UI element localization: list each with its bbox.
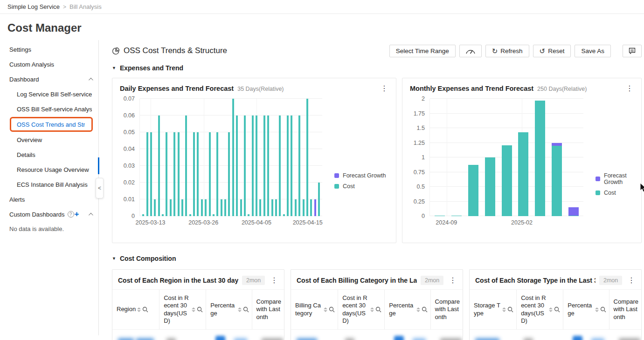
- reset-button[interactable]: ↺ Reset: [533, 45, 571, 57]
- table-title: Cost of Each Region in the Last 30 days: [118, 277, 238, 284]
- search-icon[interactable]: [329, 306, 335, 313]
- chart-title: Monthly Expenses and Trend Forecast: [410, 85, 533, 92]
- column-header-cost: Cost in Recent 30 days(USD): [338, 290, 385, 329]
- sort-icon[interactable]: [502, 307, 506, 312]
- search-icon[interactable]: [507, 306, 513, 313]
- sidebar-item-resource-usage-overview[interactable]: Resource Usage Overview: [0, 162, 98, 177]
- y-axis-labels: 00.250.50.7511.251.51.752: [409, 99, 429, 216]
- time-range-badge: 2mon: [421, 276, 443, 285]
- sort-icon[interactable]: [549, 307, 553, 312]
- sort-icon[interactable]: [324, 307, 327, 312]
- sort-icon[interactable]: [595, 307, 599, 312]
- search-icon[interactable]: [197, 306, 203, 313]
- sidebar: Settings Custom Analysis Dashboard Log S…: [0, 40, 99, 335]
- search-icon[interactable]: [554, 306, 560, 313]
- legend-item-forecast[interactable]: Forecast Growth: [334, 172, 386, 179]
- sidebar-item-custom-analysis[interactable]: Custom Analysis: [0, 57, 98, 72]
- legend-swatch-cost: [596, 190, 600, 195]
- kebab-menu-icon[interactable]: ⋮: [269, 277, 279, 284]
- x-axis-labels: 2024-092025-02: [429, 216, 583, 227]
- table-row-redacted[interactable]: [470, 330, 641, 340]
- collapse-triangle-icon: ▼: [112, 66, 116, 70]
- search-icon[interactable]: [243, 306, 249, 313]
- legend-item-forecast[interactable]: Forecast Growth: [596, 172, 639, 185]
- chart-plot-area: [139, 99, 322, 216]
- cost-by-storage-type-table-card: Cost of Each Storage Type in the Last 30…: [469, 269, 642, 340]
- search-icon[interactable]: [422, 306, 428, 313]
- sidebar-item-custom-dashboards[interactable]: Custom Dashboards ? +: [0, 207, 98, 222]
- chart-legend: Forecast Growth Cost: [322, 99, 386, 227]
- sidebar-item-details[interactable]: Details: [0, 147, 98, 162]
- add-dashboard-icon[interactable]: +: [75, 211, 79, 218]
- table-title: Cost of Each Billing Category in the Las…: [297, 277, 417, 284]
- sort-icon[interactable]: [416, 307, 420, 312]
- kebab-menu-icon[interactable]: ⋮: [448, 277, 458, 284]
- chart-range-label: 35 Days(Relative): [237, 86, 284, 92]
- sidebar-item-settings[interactable]: Settings: [0, 42, 98, 57]
- page-title: Cost Manager: [0, 14, 644, 40]
- sidebar-item-oss-bill[interactable]: OSS Bill Self-service Analysis: [0, 102, 98, 116]
- sort-icon[interactable]: [137, 307, 141, 312]
- table-row-redacted[interactable]: [291, 330, 463, 340]
- x-axis-labels: 2025-03-132025-03-262025-04-052025-04-15: [139, 216, 322, 227]
- column-header-compare: Compare with Last onth: [431, 290, 463, 329]
- breadcrumb-root[interactable]: Simple Log Service: [7, 3, 60, 10]
- sidebar-collapse-handle[interactable]: <: [96, 178, 104, 198]
- sidebar-item-alerts[interactable]: Alerts: [0, 192, 98, 207]
- sidebar-item-oss-cost-trends-active[interactable]: OSS Cost Trends and Struc...: [10, 117, 93, 132]
- pie-chart-icon: [112, 47, 120, 55]
- chevron-left-icon: <: [98, 185, 101, 191]
- table-title: Cost of Each Storage Type in the Last 30…: [475, 277, 596, 284]
- daily-expenses-chart-card: Daily Expenses and Trend Forecast 35 Day…: [112, 78, 396, 243]
- main-content: OSS Cost Trends & Structure Select Time …: [99, 40, 644, 335]
- table-header-row: Storage Type Cost in Recent 30 days(USD)…: [470, 289, 641, 330]
- sidebar-item-dashboard[interactable]: Dashboard: [0, 72, 98, 87]
- select-time-range-button[interactable]: Select Time Range: [389, 45, 456, 57]
- chart-title: Daily Expenses and Trend Forecast: [120, 85, 234, 92]
- kebab-menu-icon[interactable]: ⋮: [626, 277, 637, 284]
- help-icon[interactable]: ?: [68, 211, 74, 218]
- no-data-text: No data is available.: [0, 222, 98, 232]
- sort-icon[interactable]: [370, 307, 374, 312]
- column-header-cost: Cost in Recent 30 days(USD): [517, 290, 563, 329]
- cost-by-region-table-card: Cost of Each Region in the Last 30 days …: [112, 269, 284, 340]
- column-header-percentage: Percentage: [206, 290, 252, 329]
- feedback-button[interactable]: [623, 45, 642, 57]
- column-header-compare: Compare with Last onth: [609, 290, 641, 329]
- column-header-billing-category: Billing Category: [291, 290, 338, 329]
- kebab-menu-icon[interactable]: ⋮: [624, 85, 635, 92]
- chart-range-label: 250 Days(Relative): [537, 86, 587, 92]
- cost-composition-tables: Cost of Each Region in the Last 30 days …: [112, 269, 642, 340]
- legend-swatch-forecast: [596, 177, 600, 181]
- column-header-cost: Cost in Recent 30 days(USD): [159, 290, 206, 329]
- column-header-percentage: Percentage: [385, 290, 430, 329]
- legend-item-cost[interactable]: Cost: [334, 183, 386, 190]
- mouse-cursor: [640, 183, 644, 193]
- save-as-button[interactable]: Save As: [575, 45, 611, 57]
- column-header-compare: Compare with Last onth: [252, 290, 284, 329]
- search-icon[interactable]: [142, 306, 148, 313]
- column-header-percentage: Percentage: [563, 290, 609, 329]
- section-cost-composition[interactable]: ▼ Cost Composition: [112, 255, 642, 262]
- legend-item-cost[interactable]: Cost: [596, 190, 639, 196]
- gauge-button[interactable]: [459, 45, 482, 57]
- dashboard-toolbar: OSS Cost Trends & Structure Select Time …: [112, 44, 642, 58]
- column-header-region: Region: [112, 290, 159, 329]
- kebab-menu-icon[interactable]: ⋮: [379, 85, 389, 92]
- sidebar-item-overview[interactable]: Overview: [0, 132, 98, 147]
- section-expenses-and-trend[interactable]: ▼ Expenses and Trend: [112, 64, 642, 72]
- y-axis-labels: 00.010.020.030.040.050.060.07: [119, 99, 139, 216]
- feedback-icon: [629, 48, 636, 54]
- search-icon[interactable]: [600, 306, 606, 313]
- table-row-redacted[interactable]: [112, 330, 284, 340]
- sidebar-item-log-service-bill[interactable]: Log Service Bill Self-service...: [0, 87, 98, 102]
- cost-by-billing-category-table-card: Cost of Each Billing Category in the Las…: [291, 269, 463, 340]
- sort-icon[interactable]: [238, 307, 242, 312]
- sort-icon[interactable]: [192, 307, 195, 312]
- sidebar-item-ecs-instance-bill[interactable]: ECS Instance Bill Analysis: [0, 177, 98, 192]
- monthly-expenses-chart-card: Monthly Expenses and Trend Forecast 250 …: [402, 78, 642, 243]
- chevron-up-icon: [89, 77, 93, 82]
- refresh-button[interactable]: ↻ Refresh: [485, 45, 529, 57]
- search-icon[interactable]: [375, 306, 381, 313]
- breadcrumb: Simple Log Service > Bill Analysis: [0, 0, 644, 14]
